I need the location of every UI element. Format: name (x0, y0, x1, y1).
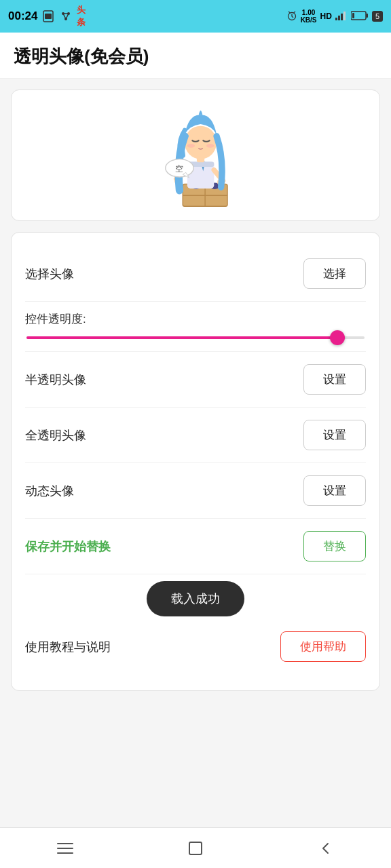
help-tutorial-button[interactable]: 使用帮助 (280, 631, 366, 662)
dynamic-avatar-button[interactable]: 设置 (303, 475, 366, 506)
svg-rect-17 (352, 13, 354, 18)
network-icon (59, 9, 73, 23)
select-avatar-button[interactable]: 选择 (303, 258, 366, 289)
svg-line-9 (288, 12, 291, 13)
battery-level: 5 (372, 11, 383, 22)
transparency-label: 控件透明度: (25, 311, 366, 327)
select-avatar-row: 选择头像 选择 (25, 246, 366, 302)
transparency-row: 控件透明度: (25, 302, 366, 352)
home-icon[interactable] (186, 839, 205, 858)
full-transparent-row: 全透明头像 设置 (25, 408, 366, 463)
full-transparent-button[interactable]: 设置 (303, 420, 366, 450)
svg-line-7 (66, 14, 69, 19)
alarm-icon (286, 10, 297, 23)
transparency-slider-fill (26, 336, 337, 339)
page-title: 透明头像(免会员) (14, 45, 377, 68)
toast-message: 载入成功 (147, 581, 244, 616)
nav-bar (0, 827, 391, 868)
menu-icon[interactable] (56, 839, 75, 858)
svg-rect-12 (338, 16, 340, 20)
svg-point-32 (187, 144, 195, 148)
semi-transparent-label: 半透明头像 (25, 372, 86, 388)
svg-rect-14 (343, 12, 346, 20)
transparency-slider-thumb[interactable] (330, 330, 345, 345)
save-replace-row: 保存并开始替换 替换 (25, 519, 366, 574)
main-content: 空 选择头像 选择 控件透明度: 半透明头像 设置 全透明头像 设置 (0, 79, 391, 827)
save-replace-label: 保存并开始替换 (25, 538, 111, 555)
semi-transparent-button[interactable]: 设置 (303, 364, 366, 395)
help-tutorial-label: 使用教程与说明 (25, 639, 111, 655)
character-preview: 空 (145, 101, 246, 210)
svg-text:空: 空 (175, 164, 183, 174)
speed-label: 1.00KB/S (301, 9, 317, 24)
svg-rect-13 (341, 14, 343, 20)
svg-line-6 (63, 14, 66, 19)
battery-icon (351, 11, 369, 22)
transparency-slider-track[interactable] (26, 336, 365, 339)
dynamic-avatar-row: 动态头像 设置 (25, 463, 366, 519)
svg-rect-40 (189, 842, 202, 854)
svg-rect-11 (335, 18, 337, 20)
signal-icon (335, 11, 348, 22)
select-avatar-label: 选择头像 (25, 266, 74, 282)
settings-card: 选择头像 选择 控件透明度: 半透明头像 设置 全透明头像 设置 动态头像 设置 (11, 232, 380, 691)
svg-line-10 (293, 12, 295, 13)
help-tutorial-row: 使用教程与说明 使用帮助 (25, 619, 366, 674)
sim-icon (41, 9, 55, 23)
status-bar-right: 1.00KB/S HD 5 (286, 9, 383, 24)
toast-container: 载入成功 (25, 574, 366, 619)
status-bar: 00:24 头条 1.00KB/S HD (0, 0, 391, 33)
save-replace-button[interactable]: 替换 (303, 531, 366, 561)
semi-transparent-row: 半透明头像 设置 (25, 352, 366, 408)
preview-card: 空 (11, 90, 380, 221)
title-bar: 透明头像(免会员) (0, 33, 391, 79)
hd-label: HD (320, 12, 332, 21)
dynamic-avatar-label: 动态头像 (25, 483, 74, 499)
toutiao-icon: 头条 (77, 9, 90, 23)
status-time: 00:24 (8, 9, 37, 23)
back-icon[interactable] (316, 839, 335, 858)
character-illustration: 空 (145, 101, 246, 210)
svg-rect-1 (45, 14, 52, 19)
status-bar-left: 00:24 头条 (8, 9, 90, 23)
full-transparent-label: 全透明头像 (25, 427, 86, 443)
svg-point-33 (206, 144, 214, 148)
svg-rect-16 (366, 14, 368, 18)
svg-point-31 (185, 126, 217, 159)
